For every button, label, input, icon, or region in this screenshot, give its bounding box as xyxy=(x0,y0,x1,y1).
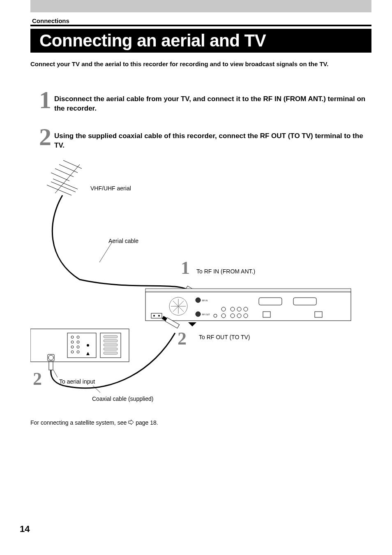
svg-point-60 xyxy=(77,346,79,348)
svg-point-61 xyxy=(71,351,74,353)
svg-point-27 xyxy=(221,314,226,318)
svg-rect-51 xyxy=(104,344,118,346)
page-title: Connecting an aerial and TV xyxy=(39,31,266,51)
svg-point-59 xyxy=(71,346,74,348)
footnote-text-before: For connecting a satellite system, see xyxy=(30,419,127,426)
svg-point-26 xyxy=(221,307,226,311)
step-2-text: Using the supplied coaxial cable of this… xyxy=(54,126,367,150)
svg-line-0 xyxy=(55,164,80,193)
svg-point-56 xyxy=(77,336,79,338)
footnote: For connecting a satellite system, see p… xyxy=(30,419,158,426)
step-1-number: 1 xyxy=(36,89,54,111)
svg-point-32 xyxy=(237,314,241,318)
svg-rect-38 xyxy=(315,312,322,317)
svg-point-65 xyxy=(48,355,53,360)
svg-point-33 xyxy=(244,314,248,318)
step-2-number: 2 xyxy=(36,126,54,148)
svg-text:RF IN: RF IN xyxy=(202,299,208,302)
svg-point-63 xyxy=(87,344,89,347)
section-label: Connections xyxy=(32,17,69,24)
diagram-label-aerial: VHF/UHF aerial xyxy=(90,185,131,192)
step-1: 1 Disconnect the aerial cable from your … xyxy=(36,89,367,113)
svg-point-55 xyxy=(71,336,74,338)
diagram-label-aerial-cable: Aerial cable xyxy=(108,238,138,244)
svg-rect-35 xyxy=(293,298,316,305)
footnote-text-after: page 18. xyxy=(136,419,158,426)
diagram-label-rf-in: To RF IN (FROM ANT.) xyxy=(196,268,255,275)
svg-rect-34 xyxy=(259,298,282,305)
svg-point-28 xyxy=(231,307,235,311)
title-bar: Connecting an aerial and TV xyxy=(30,29,371,53)
svg-point-36 xyxy=(214,314,217,317)
page-number: 14 xyxy=(20,524,30,534)
svg-rect-50 xyxy=(104,340,118,342)
svg-rect-52 xyxy=(104,348,118,350)
svg-point-20 xyxy=(196,312,201,317)
svg-rect-13 xyxy=(145,289,351,292)
diagram-label-tv-input: To aerial input xyxy=(59,378,95,385)
svg-point-25 xyxy=(158,315,160,317)
connection-diagram: RF IN RF OUT xyxy=(30,156,371,403)
header-gray-tab xyxy=(30,0,371,12)
svg-marker-39 xyxy=(188,322,196,326)
svg-rect-23 xyxy=(151,313,162,318)
svg-rect-53 xyxy=(104,352,118,354)
diagram-callout-1-number: 1 xyxy=(181,257,190,278)
horizontal-rule xyxy=(30,25,371,26)
intro-text: Connect your TV and the aerial to this r… xyxy=(30,60,371,68)
svg-rect-37 xyxy=(263,312,270,317)
step-2: 2 Using the supplied coaxial cable of th… xyxy=(36,126,367,150)
svg-point-31 xyxy=(231,314,235,318)
diagram-label-rf-out: To RF OUT (TO TV) xyxy=(199,334,250,340)
svg-line-8 xyxy=(99,243,112,262)
svg-rect-49 xyxy=(104,335,118,338)
diagram-callout-2b-number: 2 xyxy=(33,368,42,389)
svg-point-62 xyxy=(77,351,79,353)
diagram-callout-2a-number: 2 xyxy=(178,328,187,349)
svg-point-19 xyxy=(196,298,201,303)
svg-line-5 xyxy=(47,185,71,195)
svg-point-30 xyxy=(244,307,248,311)
svg-line-46 xyxy=(53,370,58,377)
svg-point-24 xyxy=(153,315,155,317)
svg-point-58 xyxy=(77,341,79,343)
svg-text:RF OUT: RF OUT xyxy=(202,313,210,316)
svg-point-29 xyxy=(237,307,241,311)
diagram-label-coax: Coaxial cable (supplied) xyxy=(92,395,153,402)
svg-point-57 xyxy=(71,341,74,343)
arrow-right-icon xyxy=(128,419,134,426)
step-1-text: Disconnect the aerial cable from your TV… xyxy=(54,89,367,113)
